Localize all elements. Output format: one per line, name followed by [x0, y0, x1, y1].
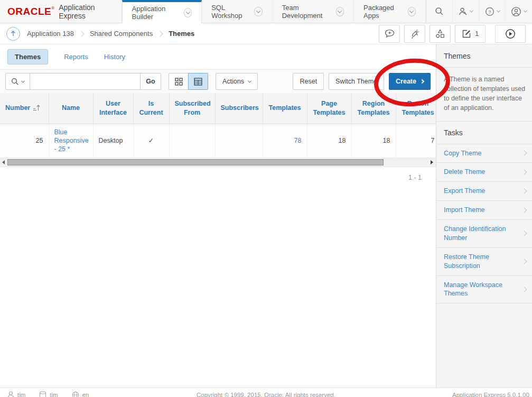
cell-value: ✓: [148, 137, 154, 144]
column-header-user-interface[interactable]: User Interface: [93, 93, 133, 124]
switch-theme-button[interactable]: Switch Theme: [329, 73, 384, 90]
actions-menu-button[interactable]: Actions: [216, 73, 258, 90]
icon-view-button[interactable]: [169, 73, 189, 90]
edit-page-button[interactable]: 1: [455, 25, 486, 43]
tasks-list: Copy ThemeDelete ThemeExport ThemeImport…: [436, 144, 532, 304]
column-header-label: Page Templates: [313, 100, 346, 116]
edit-page-icon: [462, 29, 471, 39]
search-icon: [435, 7, 444, 16]
feedback-button[interactable]: [379, 25, 400, 43]
navigate-up-button[interactable]: [6, 27, 20, 41]
search-column-selector-button[interactable]: [5, 73, 30, 90]
arrow-up-icon: [10, 30, 16, 37]
column-header-label: Region Templates: [358, 100, 390, 116]
sidebar-description: A Theme is a named collection of templat…: [436, 68, 532, 122]
cell-link[interactable]: Blue Responsive - 25 *: [54, 128, 89, 153]
cell-is-current: ✓: [133, 124, 169, 158]
cell-value: Desktop: [99, 137, 123, 144]
play-icon: [505, 29, 516, 39]
user-icon: [511, 6, 521, 17]
topbar-tab-team-development[interactable]: Team Development: [273, 0, 354, 23]
sidebar-title: Themes: [436, 44, 532, 68]
column-header-templates[interactable]: Templates: [263, 93, 307, 124]
create-button[interactable]: Create: [389, 73, 431, 90]
cell-templates: 78: [263, 124, 307, 158]
task-copy-theme[interactable]: Copy Theme: [436, 144, 532, 163]
spotlight-search-button[interactable]: [404, 25, 425, 43]
column-header-region-templates[interactable]: Region Templates: [351, 93, 396, 124]
cell-value: 18: [383, 137, 390, 144]
search-input[interactable]: [30, 73, 141, 90]
task-label: Manage Workspace Themes: [444, 281, 518, 299]
magnifier-icon: [11, 78, 19, 86]
task-restore-theme-subscription[interactable]: Restore Theme Subscription: [436, 248, 532, 276]
feedback-icon: [385, 29, 395, 38]
horizontal-scrollbar[interactable]: [0, 158, 436, 167]
oracle-apex-logo: ORACLE® Application Express: [0, 0, 122, 23]
cell-link[interactable]: 78: [294, 137, 302, 144]
cell-subscribers: [215, 124, 263, 158]
chevron-right-icon: [522, 151, 527, 156]
breadcrumb: Application 138Shared ComponentsThemes: [27, 30, 194, 38]
sidebar: Themes A Theme is a named collection of …: [436, 44, 532, 387]
cell-value: 18: [339, 137, 346, 144]
cell-name: Blue Responsive - 25 *: [49, 124, 93, 158]
footer: tim tim en Copyright © 1999, 2015, Oracl…: [0, 387, 532, 397]
topbar-icon-buttons: ?: [426, 0, 532, 23]
svg-text:?: ?: [488, 8, 491, 14]
table-row: 25Blue Responsive - 25 *Desktop✓7818187: [0, 124, 440, 158]
column-header-subscribed-from[interactable]: Subscribed From: [169, 93, 215, 124]
breadcrumb-separator-icon: [78, 31, 84, 36]
breadcrumb-item-application-138[interactable]: Application 138: [27, 30, 74, 38]
report-view-button[interactable]: [188, 73, 208, 90]
run-application-button[interactable]: [495, 25, 526, 43]
breadcrumb-separator-icon: [157, 31, 163, 36]
page-tabs: ThemesReportsHistory: [0, 44, 436, 70]
chevron-down-icon: [524, 9, 527, 13]
grid-view-icon: [175, 78, 183, 86]
column-header-subscribers[interactable]: Subscribers: [215, 93, 263, 124]
shared-components-button[interactable]: [430, 25, 451, 43]
chevron-down-icon: [496, 9, 500, 13]
column-header-button-templates[interactable]: Button Templates: [396, 93, 440, 124]
scroll-left-arrow[interactable]: [2, 160, 5, 164]
task-change-identification-number[interactable]: Change Identification Number: [436, 220, 532, 248]
topbar-tab-packaged-apps[interactable]: Packaged Apps: [354, 0, 426, 23]
help-menu-button[interactable]: ?: [479, 0, 506, 23]
task-label: Delete Theme: [444, 168, 485, 177]
column-header-name[interactable]: Name: [49, 93, 93, 124]
chevron-down-icon: [470, 9, 473, 13]
scroll-right-arrow[interactable]: [431, 160, 433, 164]
tab-reports[interactable]: Reports: [64, 53, 88, 61]
column-header-label: Name: [62, 104, 80, 112]
tab-history[interactable]: History: [104, 53, 125, 61]
task-import-theme[interactable]: Import Theme: [436, 201, 532, 220]
scrollbar-thumb[interactable]: [7, 159, 384, 165]
reset-button[interactable]: Reset: [293, 73, 324, 90]
topbar-tab-label: Packaged Apps: [363, 4, 403, 20]
task-export-theme[interactable]: Export Theme: [436, 182, 532, 201]
go-button[interactable]: Go: [140, 73, 161, 90]
topbar-tabs: Application BuilderSQL WorkshopTeam Deve…: [122, 0, 426, 23]
column-header-label: Number: [5, 104, 30, 112]
task-manage-workspace-themes[interactable]: Manage Workspace Themes: [436, 276, 532, 304]
account-menu-button[interactable]: [506, 0, 532, 23]
sort-ascending-icon: [33, 104, 41, 111]
topbar-tab-application-builder[interactable]: Application Builder: [122, 0, 202, 23]
topbar-tab-label: SQL Workshop: [211, 4, 249, 20]
search-button[interactable]: [426, 0, 453, 23]
report-body: 25Blue Responsive - 25 *Desktop✓7818187: [0, 124, 440, 158]
topbar-tab-sql-workshop[interactable]: SQL Workshop: [202, 0, 273, 23]
flashlight-icon: [410, 29, 419, 39]
table-view-icon: [194, 78, 202, 86]
task-delete-theme[interactable]: Delete Theme: [436, 163, 532, 182]
chevron-down-circle-icon: [408, 7, 416, 16]
column-header-page-templates[interactable]: Page Templates: [307, 93, 351, 124]
column-header-number[interactable]: Number: [0, 93, 49, 124]
breadcrumb-item-shared-components[interactable]: Shared Components: [90, 30, 153, 38]
column-header-label: Subscribed From: [175, 100, 211, 116]
shared-components-icon: [435, 29, 445, 39]
administration-menu-button[interactable]: [453, 0, 479, 23]
column-header-is-current[interactable]: Is Current: [133, 93, 169, 124]
tab-themes[interactable]: Themes: [7, 49, 48, 64]
